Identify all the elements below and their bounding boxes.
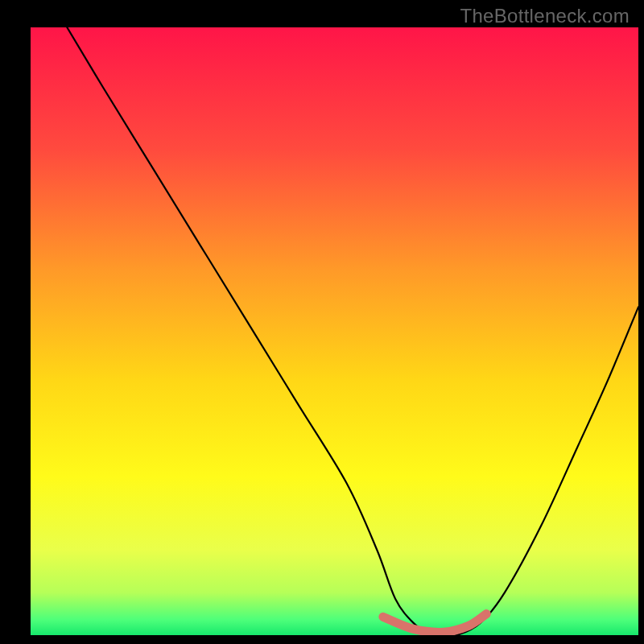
chart-frame: TheBottleneck.com (0, 0, 644, 644)
bottleneck-chart (0, 0, 644, 644)
watermark-label: TheBottleneck.com (460, 5, 630, 27)
